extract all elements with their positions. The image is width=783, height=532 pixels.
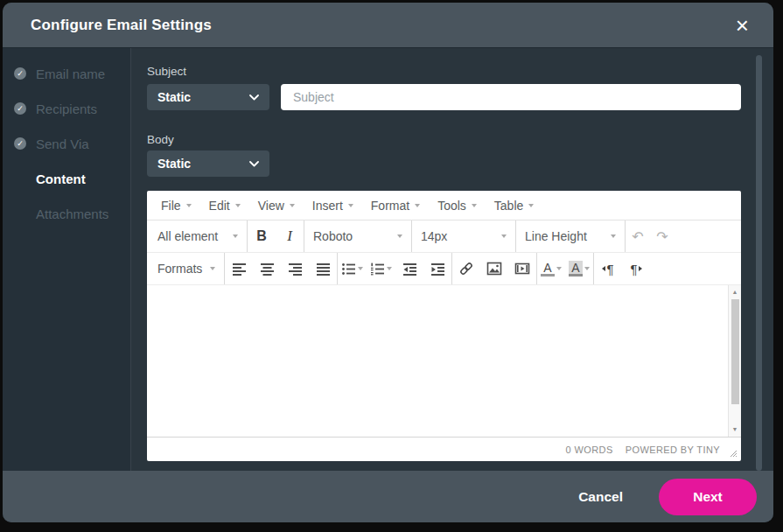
- configure-email-settings-modal: Configure Email Settings × ✓ Email name …: [3, 3, 773, 522]
- background-color-button[interactable]: A: [565, 253, 593, 284]
- sidebar-item-send-via[interactable]: ✓ Send Via: [3, 126, 130, 161]
- indent-icon: [430, 262, 445, 276]
- bold-icon: B: [256, 228, 267, 244]
- menu-file[interactable]: File: [152, 191, 200, 220]
- caret-down-icon: [501, 234, 507, 238]
- ltr-icon: ¶: [606, 262, 613, 276]
- menu-table[interactable]: Table: [486, 191, 542, 220]
- caret-down-icon: [387, 267, 392, 270]
- align-left-button[interactable]: [225, 253, 253, 284]
- font-family-select[interactable]: Roboto: [304, 220, 411, 252]
- menu-tools[interactable]: Tools: [429, 191, 486, 220]
- subject-type-select[interactable]: Static: [147, 84, 269, 110]
- menu-edit[interactable]: Edit: [200, 191, 249, 220]
- indent-button[interactable]: [423, 253, 451, 284]
- rich-text-editor: File Edit View Insert Format Tools Table…: [147, 191, 741, 461]
- line-height-select[interactable]: Line Height: [516, 220, 625, 252]
- scroll-up-icon[interactable]: ▲: [729, 286, 741, 298]
- body-label: Body: [147, 132, 773, 147]
- image-icon: [486, 261, 502, 276]
- formats-select[interactable]: Formats: [149, 253, 224, 284]
- menu-insert[interactable]: Insert: [304, 191, 362, 220]
- modal-scrollbar[interactable]: [756, 55, 762, 471]
- caret-down-icon: [472, 204, 477, 207]
- menu-label: Insert: [312, 199, 343, 213]
- menu-label: File: [161, 199, 181, 213]
- outdent-button[interactable]: [395, 253, 423, 284]
- redo-icon: ↷: [656, 228, 668, 245]
- caret-down-icon: [415, 204, 420, 207]
- next-button[interactable]: Next: [659, 479, 757, 515]
- justify-button[interactable]: [309, 253, 337, 284]
- caret-down-icon: [397, 234, 402, 238]
- sidebar-item-recipients[interactable]: ✓ Recipients: [3, 91, 130, 126]
- editor-scrollbar[interactable]: ▲ ▼: [728, 285, 741, 437]
- page-background: Configure Email Settings × ✓ Email name …: [0, 0, 783, 532]
- menu-format[interactable]: Format: [362, 191, 429, 220]
- sidebar-item-email-name[interactable]: ✓ Email name: [3, 56, 130, 91]
- body-type-value: Static: [157, 157, 191, 171]
- arrow-left-icon: [602, 266, 605, 271]
- editor-scrollbar-thumb[interactable]: [731, 299, 739, 404]
- bullet-list-button[interactable]: [338, 253, 367, 284]
- sidebar-item-label: Attachments: [36, 206, 108, 221]
- media-button[interactable]: [508, 253, 536, 284]
- modal-footer: Cancel Next: [3, 471, 773, 522]
- chevron-down-icon: [249, 161, 259, 167]
- caret-down-icon: [556, 267, 562, 270]
- numbered-list-button[interactable]: [367, 253, 395, 284]
- sidebar-item-label: Send Via: [36, 136, 89, 151]
- content-panel: Subject Static Body Static File: [131, 48, 773, 471]
- modal-header: Configure Email Settings ×: [3, 3, 773, 48]
- text-color-icon: A: [541, 261, 554, 276]
- rtl-icon: ¶: [630, 262, 637, 276]
- sidebar-item-label: Email name: [36, 66, 105, 81]
- italic-button[interactable]: I: [276, 220, 304, 252]
- align-center-button[interactable]: [253, 253, 281, 284]
- resize-grip-icon[interactable]: [730, 450, 738, 458]
- menu-view[interactable]: View: [249, 191, 304, 220]
- font-size-select[interactable]: 14px: [412, 220, 515, 252]
- caret-down-icon: [290, 204, 295, 207]
- modal-scrollbar-thumb[interactable]: [756, 55, 762, 471]
- menu-label: Edit: [209, 199, 230, 213]
- element-path-select[interactable]: All element: [149, 220, 247, 252]
- check-circle-icon: ✓: [14, 102, 26, 115]
- menu-label: View: [258, 199, 284, 213]
- undo-button[interactable]: ↶: [626, 220, 650, 252]
- rtl-button[interactable]: ¶: [622, 253, 650, 284]
- caret-down-icon: [210, 267, 215, 270]
- line-height-value: Line Height: [525, 229, 587, 243]
- link-button[interactable]: [452, 253, 480, 284]
- editor-toolbar-row-1: All element B I Roboto 14px: [147, 220, 741, 253]
- align-right-button[interactable]: [281, 253, 309, 284]
- caret-down-icon: [235, 204, 241, 207]
- editor-toolbar-row-2: Formats: [147, 253, 741, 285]
- subject-input[interactable]: [281, 84, 741, 110]
- ltr-button[interactable]: ¶: [594, 253, 622, 284]
- editor-menubar: File Edit View Insert Format Tools Table: [147, 191, 741, 220]
- arrow-right-icon: [639, 266, 642, 271]
- image-button[interactable]: [480, 253, 508, 284]
- text-color-button[interactable]: A: [537, 253, 565, 284]
- outdent-icon: [402, 262, 417, 276]
- powered-by-label: POWERED BY TINY: [626, 444, 720, 455]
- align-center-icon: [260, 262, 275, 276]
- font-size-value: 14px: [421, 229, 447, 243]
- modal-body: ✓ Email name ✓ Recipients ✓ Send Via Con…: [3, 48, 773, 471]
- sidebar-item-attachments[interactable]: Attachments: [3, 196, 130, 231]
- modal-title: Configure Email Settings: [31, 17, 212, 34]
- cancel-button[interactable]: Cancel: [578, 489, 623, 505]
- redo-button[interactable]: ↷: [650, 220, 675, 252]
- media-icon: [514, 261, 530, 276]
- editor-content-area[interactable]: ▲ ▼: [147, 285, 741, 437]
- subject-type-value: Static: [157, 90, 191, 104]
- italic-icon: I: [287, 228, 292, 245]
- check-circle-icon: ✓: [14, 137, 26, 150]
- background-color-icon: A: [569, 261, 582, 276]
- sidebar-item-content[interactable]: Content: [3, 161, 130, 196]
- bold-button[interactable]: B: [248, 220, 276, 252]
- body-type-select[interactable]: Static: [147, 150, 269, 177]
- scroll-down-icon[interactable]: ▼: [729, 424, 741, 436]
- close-button[interactable]: ×: [734, 14, 751, 37]
